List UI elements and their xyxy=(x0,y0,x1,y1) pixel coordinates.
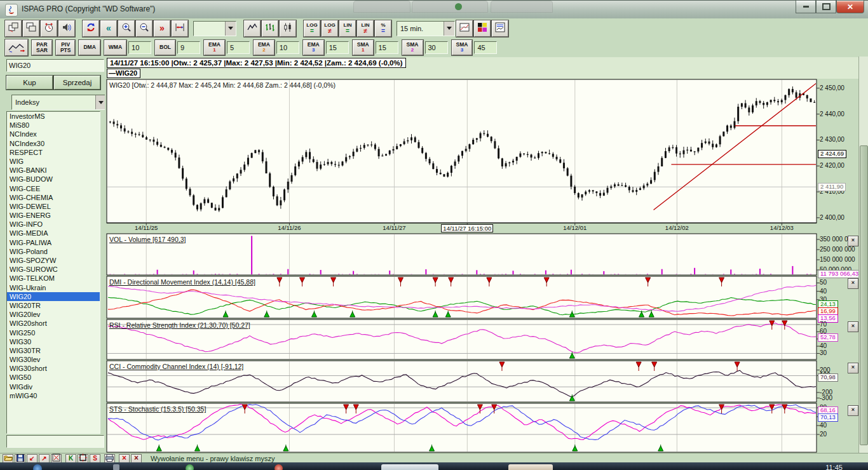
chart-area[interactable]: 2 450,002 440,002 430,002 420,002 410,00… xyxy=(0,1,868,470)
sound-button[interactable] xyxy=(58,20,75,37)
symbol-list-item[interactable]: WIG-TELKOM xyxy=(7,274,100,283)
symbol-list-item-selected[interactable]: WIG20 xyxy=(7,292,100,301)
taskbar-start-orb[interactable] xyxy=(33,464,42,470)
indicator-bol-button[interactable]: BOL xyxy=(155,40,175,55)
indicator-ema3-period-field[interactable]: 15 xyxy=(326,41,349,54)
symbol-list-item[interactable]: WIG20TR xyxy=(7,301,100,310)
symbol-list-item[interactable]: WIG50 xyxy=(7,373,100,382)
symbol-list-item[interactable]: WIG20lev xyxy=(7,310,100,319)
percent-equal-button[interactable]: %= xyxy=(375,20,391,37)
letter-S-button[interactable]: S xyxy=(90,454,100,463)
symbol-list-item[interactable]: WIG-Ukrain xyxy=(7,283,100,292)
data-window-button[interactable] xyxy=(492,20,508,37)
scrollbar-thumb[interactable] xyxy=(860,145,868,445)
windows-taskbar[interactable]: 11:45 xyxy=(0,462,868,470)
indicator-parsar-button[interactable]: PARSAR xyxy=(32,40,52,55)
symbol-list-item[interactable]: NCIndex30 xyxy=(7,139,100,148)
symbol-list-item[interactable]: WIG-SUROWC xyxy=(7,265,100,274)
minimize-button[interactable] xyxy=(796,1,816,13)
indicator-ema2-period-field[interactable]: 10 xyxy=(276,41,299,54)
save-file-button[interactable] xyxy=(15,454,25,463)
window-arrows-button[interactable] xyxy=(51,454,62,463)
symbol-list-item[interactable]: WIG-BUDOW xyxy=(7,175,100,184)
symbol-list-item[interactable]: WIG-MEDIA xyxy=(7,229,100,238)
taskbar-window-button[interactable] xyxy=(381,464,438,470)
close-dmi-panel-button[interactable]: × xyxy=(848,278,858,289)
symbol-list-item[interactable]: WIG-SPOZYW xyxy=(7,256,100,265)
interval-select[interactable]: 15 min. xyxy=(397,21,455,36)
symbol-list-item[interactable]: MiS80 xyxy=(7,121,100,130)
sell-button[interactable]: Sprzedaj xyxy=(54,76,100,90)
taskbar-icon[interactable] xyxy=(186,464,194,470)
indicator-sma3-button[interactable]: SMA3 xyxy=(452,40,473,55)
symbol-list-item[interactable]: WIG-CEE xyxy=(7,184,100,193)
indicator-ema2-button[interactable]: EMA2 xyxy=(254,40,275,55)
close-vol-panel-button[interactable]: × xyxy=(848,236,858,246)
lin-notequal-button[interactable]: LIN≠ xyxy=(357,20,374,37)
vertical-scrollbar[interactable] xyxy=(858,57,868,453)
taskbar-icon[interactable] xyxy=(113,464,119,470)
taskbar-window-button[interactable] xyxy=(508,464,553,470)
alarm-clock-button[interactable] xyxy=(41,20,57,37)
close-sts-panel-button[interactable]: × xyxy=(848,405,858,416)
indicator-ema1-period-field[interactable]: 5 xyxy=(227,41,250,54)
indicator-sma2-button[interactable]: SMA2 xyxy=(402,40,423,55)
close-button[interactable]: ✕ xyxy=(836,1,864,13)
delete-x-button[interactable]: × xyxy=(119,454,130,463)
indicator-sma1-period-field[interactable]: 15 xyxy=(376,41,398,54)
symbol-list-item[interactable]: WIGdiv xyxy=(7,382,100,391)
indicator-sma1-button[interactable]: SMA1 xyxy=(353,40,374,55)
symbol-list-item[interactable]: WIG20short xyxy=(7,319,100,328)
symbol-input[interactable] xyxy=(6,59,104,72)
symbol-list-item[interactable]: WIG xyxy=(7,157,100,166)
close-cci-panel-button[interactable]: × xyxy=(848,363,858,373)
symbol-list-item[interactable]: mWIG40 xyxy=(7,391,100,400)
symbol-list-item[interactable]: WIG-PALIWA xyxy=(7,238,100,247)
symbol-list-item[interactable]: WIG-ENERG xyxy=(7,211,100,220)
chart-symbol-select[interactable] xyxy=(193,21,236,36)
symbol-list-item[interactable]: WIG30TR xyxy=(7,346,100,355)
zoom-out-button[interactable] xyxy=(136,20,153,37)
print-button[interactable] xyxy=(104,454,115,463)
buy-button[interactable]: Kup xyxy=(6,76,53,90)
arrow-down-left-button[interactable]: ↙ xyxy=(27,454,37,463)
close-rsi-panel-button[interactable]: × xyxy=(848,321,858,332)
symbol-list-item[interactable]: WIG-DEWEL xyxy=(7,202,100,211)
symbol-list-item[interactable]: WIG-INFO xyxy=(7,220,100,229)
letter-K-button[interactable]: K xyxy=(65,454,76,463)
log-equal-button[interactable]: LOG= xyxy=(304,20,320,37)
open-file-button[interactable] xyxy=(3,454,13,463)
indicator-sma2-period-field[interactable]: 30 xyxy=(425,41,448,54)
delete-axe-button[interactable]: × xyxy=(131,454,142,463)
symbol-list-item[interactable]: WIG-Poland xyxy=(7,247,100,256)
zoom-in-button[interactable] xyxy=(118,20,135,37)
symbol-list-item[interactable]: WIG-CHEMIA xyxy=(7,193,100,202)
chart-switch-button[interactable] xyxy=(5,39,28,56)
cascade-windows-button[interactable] xyxy=(23,20,39,37)
refresh-button[interactable] xyxy=(83,20,99,37)
symbol-list-item[interactable]: RESPECT xyxy=(7,148,100,157)
maximize-button[interactable] xyxy=(816,1,836,13)
indicator-dma-button[interactable]: DMA xyxy=(79,40,100,55)
bar-chart-button[interactable] xyxy=(262,20,278,37)
arrow-up-right-button[interactable]: ↗ xyxy=(39,454,50,463)
taskbar-icon[interactable] xyxy=(275,464,283,470)
arrange-windows-button[interactable] xyxy=(5,20,22,37)
indicator-bol-period-field[interactable]: 9 xyxy=(177,41,200,54)
category-select[interactable]: Indeksy xyxy=(11,95,107,110)
scroll-right-button[interactable]: » xyxy=(154,20,170,37)
scroll-left-button[interactable]: « xyxy=(100,20,117,37)
lin-equal-button[interactable]: LIN= xyxy=(339,20,356,37)
indicator-wma-button[interactable]: WMA xyxy=(104,40,126,55)
indicator-sma3-period-field[interactable]: 45 xyxy=(474,41,497,54)
symbol-list-item[interactable]: WIG250 xyxy=(7,328,100,337)
line-chart-button[interactable] xyxy=(244,20,261,37)
indicator-ema1-button[interactable]: EMA1 xyxy=(204,40,225,55)
sidebar-bottom-input[interactable] xyxy=(6,435,104,448)
symbol-list-item[interactable]: InvestorMS xyxy=(7,112,100,121)
indicator-wma-period-field[interactable]: 10 xyxy=(128,41,151,54)
candle-chart-button[interactable] xyxy=(280,20,296,37)
indicator-ema3-button[interactable]: EMA3 xyxy=(303,40,324,55)
data-range-button[interactable] xyxy=(172,20,188,37)
chart-canvas[interactable] xyxy=(105,57,859,453)
